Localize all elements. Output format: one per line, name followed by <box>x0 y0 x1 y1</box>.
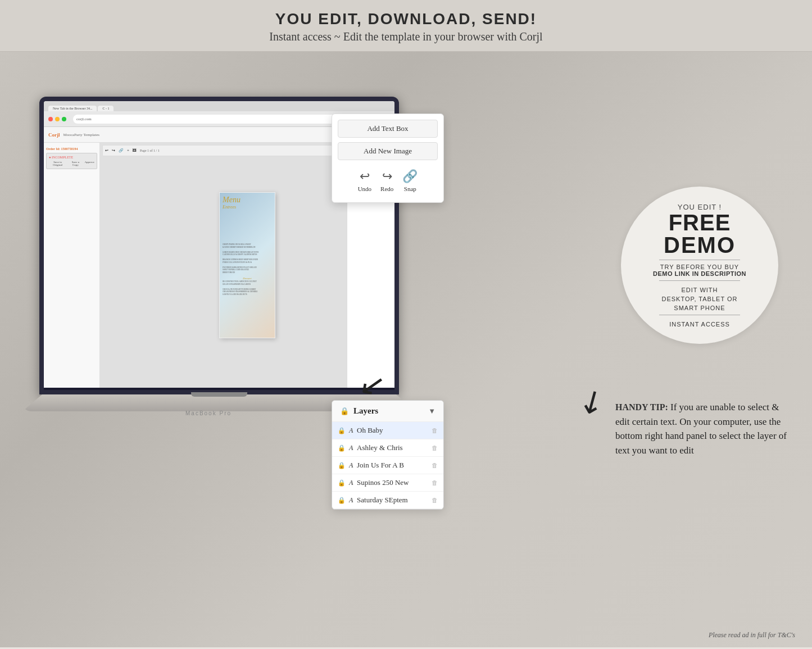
macbook-label: MacBook Pro <box>185 410 232 416</box>
demo-divider-3 <box>659 315 740 315</box>
taskbar: ⊞ Here Free to your 2 ENG 7:23 PM 6/10/2… <box>44 388 394 390</box>
sidebar-approve: Approve <box>85 161 95 166</box>
header-title: YOU EDIT, DOWNLOAD, SEND! <box>11 10 801 28</box>
floating-panel: Add Text Box Add New Image ↩ Undo ↪ Redo… <box>332 114 444 203</box>
demo-divider-2 <box>659 280 740 281</box>
menu-card-content: CRISPY PEKING DUCK ROLL SWEET& SOUR CHER… <box>223 221 272 296</box>
corjl-store: MoocaParty Templates <box>63 133 100 137</box>
menu-title: Menu Entrees <box>223 196 241 210</box>
layer-name-saturday: Saturday SEptem <box>357 496 428 505</box>
browser-dot-red <box>48 117 53 121</box>
undo-icon: ↩ <box>360 169 370 184</box>
layers-chevron-icon: ▼ <box>428 407 436 416</box>
layer-name-oh-baby: Oh Baby <box>357 426 428 435</box>
browser-tabs: New Tab in the Browser 34... C - 1 <box>44 101 394 111</box>
layers-lock-icon: 🔒 <box>340 407 349 416</box>
layer-lock-icon-2: 🔒 <box>338 444 346 452</box>
header-subtitle: Instant access ~ Edit the template in yo… <box>11 30 801 43</box>
layer-row-ashley-chris[interactable]: 🔒 A Ashley & Chris 🗑 <box>332 439 443 457</box>
layer-lock-icon-3: 🔒 <box>338 462 346 469</box>
redo-tool: ↪ Redo <box>380 169 393 192</box>
demo-devices: DESKTOP, TABLET OR <box>662 296 738 302</box>
handy-tip-label: HANDY TIP: <box>615 402 668 412</box>
layer-name-ashley-chris: Ashley & Chris <box>357 443 428 452</box>
sidebar-copy: Save a Copy <box>69 161 82 166</box>
handy-tip: HANDY TIP: If you are unable to select &… <box>615 400 795 457</box>
header-bar: YOU EDIT, DOWNLOAD, SEND! Instant access… <box>0 0 812 52</box>
layers-title-row: 🔒 Layers ▼ <box>332 401 443 422</box>
demo-edit-with: EDIT WITH <box>681 287 718 293</box>
incomplete-badge: ● INCOMPLETE <box>49 156 94 159</box>
snap-label: Snap <box>404 185 416 192</box>
redo-icon: ↪ <box>382 169 392 184</box>
main-area: New Tab in the Browser 34... C - 1 corjl… <box>0 52 812 647</box>
layer-type-a: A <box>349 426 353 435</box>
demo-divider-1 <box>659 260 740 260</box>
browser-tab-2: C - 1 <box>98 106 114 111</box>
sidebar-panel: ● INCOMPLETE Save to Original Save a Cop… <box>46 153 97 169</box>
layer-type-a-5: A <box>349 496 353 505</box>
demo-instant-access: INSTANT ACCESS <box>669 321 730 328</box>
sidebar-actions: Save to Original Save a Copy Approve <box>49 161 94 166</box>
layer-type-a-4: A <box>349 479 353 487</box>
add-new-image-button[interactable]: Add New Image <box>338 142 438 160</box>
snap-icon: 🔗 <box>402 169 418 184</box>
page-indicator: Page 1 of 1 / 1 <box>140 149 160 152</box>
layer-row-saturday[interactable]: 🔒 A Saturday SEptem 🗑 <box>332 492 443 509</box>
layer-name-join-us: Join Us For A B <box>357 461 428 470</box>
layer-lock-icon-4: 🔒 <box>338 479 346 487</box>
layer-name-supinos: Supinos 250 New <box>357 478 428 487</box>
menu-card: Menu Entrees CRISPY PEKING DUCK ROLL SWE… <box>219 192 275 338</box>
layer-row-oh-baby[interactable]: 🔒 A Oh Baby 🗑 <box>332 422 443 439</box>
undo-tool: ↩ Undo <box>358 169 371 192</box>
layer-type-a-3: A <box>349 461 353 470</box>
demo-smart-phone: SMART PHONE <box>674 305 725 311</box>
corjl-logo: Corjl <box>48 132 60 138</box>
undo-label: Undo <box>358 185 371 192</box>
layer-row-join-us[interactable]: 🔒 A Join Us For A B 🗑 <box>332 457 443 474</box>
layer-trash-icon-5: 🗑 <box>432 497 438 503</box>
demo-circle: YOU EDIT ! FREE DEMO TRY BEFORE YOU BUY … <box>621 187 778 344</box>
layer-trash-icon-2: 🗑 <box>432 444 438 451</box>
laptop-notch <box>191 392 247 397</box>
layers-panel: 🔒 Layers ▼ 🔒 A Oh Baby 🗑 🔒 A Ashley & Ch… <box>332 400 444 510</box>
add-text-box-button[interactable]: Add Text Box <box>338 120 438 138</box>
layers-title: 🔒 Layers <box>340 406 378 416</box>
browser-tab-1: New Tab in the Browser 34... <box>48 106 97 111</box>
layer-trash-icon-4: 🗑 <box>432 479 438 486</box>
panel-tools: ↩ Undo ↪ Redo 🔗 Snap <box>338 165 438 197</box>
demo-link: DEMO LINK IN DESCRIPTION <box>653 270 746 277</box>
sidebar-save: Save to Original <box>49 161 66 166</box>
corjl-sidebar: Order Id: 1500758194 ● INCOMPLETE Save t… <box>44 143 100 388</box>
demo-free: FREE <box>669 211 731 234</box>
browser-dot-green <box>62 117 66 121</box>
layer-row-supinos[interactable]: 🔒 A Supinos 250 New 🗑 <box>332 474 443 492</box>
snap-tool: 🔗 Snap <box>402 169 418 192</box>
layer-lock-icon: 🔒 <box>338 427 346 434</box>
layer-type-a-2: A <box>349 444 353 452</box>
layer-lock-icon-5: 🔒 <box>338 497 346 504</box>
demo-demo: DEMO <box>664 234 736 256</box>
order-id: Order Id: 1500758194 <box>46 147 97 151</box>
layer-trash-icon-3: 🗑 <box>432 462 438 469</box>
browser-dot-yellow <box>55 117 60 121</box>
redo-label: Redo <box>380 185 393 192</box>
footer-note: Please read ad in full for T&C's <box>709 631 795 639</box>
demo-try-before: TRY BEFORE YOU BUY <box>660 264 739 270</box>
layer-trash-icon: 🗑 <box>432 427 438 434</box>
